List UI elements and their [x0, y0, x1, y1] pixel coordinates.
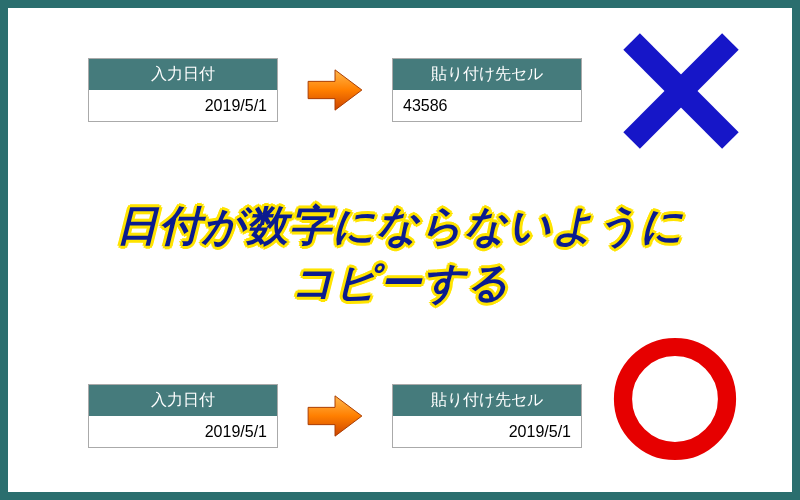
main-heading: 日付が数字にならないように コピーする	[8, 198, 792, 311]
target-value: 2019/5/1	[393, 417, 581, 447]
target-value: 43586	[393, 91, 581, 121]
source-value: 2019/5/1	[89, 91, 277, 121]
source-header: 入力日付	[89, 385, 277, 417]
target-header: 貼り付け先セル	[393, 385, 581, 417]
example-row-wrong: 入力日付 2019/5/1 貼り付け先セル 43586	[88, 58, 582, 122]
source-header: 入力日付	[89, 59, 277, 91]
source-cell-group: 入力日付 2019/5/1	[88, 58, 278, 122]
example-row-correct: 入力日付 2019/5/1 貼り付け先セル 2019/5/1	[88, 384, 582, 448]
arrow-icon	[306, 392, 364, 440]
target-cell-group: 貼り付け先セル 2019/5/1	[392, 384, 582, 448]
arrow-icon	[306, 66, 364, 114]
cross-icon	[616, 26, 746, 156]
main-heading-line1: 日付が数字にならないように	[8, 198, 792, 255]
svg-point-2	[623, 347, 727, 451]
target-cell-group: 貼り付け先セル 43586	[392, 58, 582, 122]
target-header: 貼り付け先セル	[393, 59, 581, 91]
main-heading-line2: コピーする	[8, 255, 792, 312]
circle-icon	[610, 334, 740, 464]
source-value: 2019/5/1	[89, 417, 277, 447]
source-cell-group: 入力日付 2019/5/1	[88, 384, 278, 448]
